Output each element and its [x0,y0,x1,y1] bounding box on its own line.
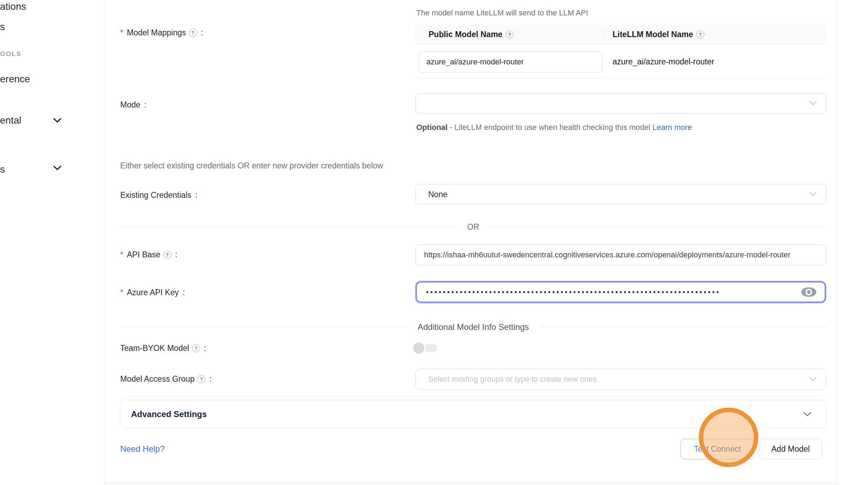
need-help-link[interactable]: Need Help? [120,444,165,454]
help-icon[interactable]: ? [506,30,514,39]
sidebar-item-s2[interactable]: s [0,164,5,175]
existing-credentials-value: None [416,190,447,199]
advanced-settings-panel[interactable]: Advanced Settings [120,400,826,429]
additional-info-divider-text: Additional Model Info Settings [418,322,529,332]
or-divider-text: OR [467,222,479,232]
mode-select[interactable] [415,93,826,113]
model-access-group-placeholder: Select existing groups or type to create… [416,375,597,384]
public-model-name-header: Public Model Name ? [415,30,603,39]
column-divider [603,30,604,40]
mode-helper-text: Optional - LiteLLM endpoint to use when … [416,120,709,134]
credentials-note: Either select existing credentials OR en… [120,161,383,171]
chevron-down-icon [809,101,817,106]
advanced-settings-title: Advanced Settings [121,409,207,419]
additional-info-divider: Additional Model Info Settings [120,322,826,332]
sidebar: ations s TOOLS erence ental s [0,0,105,485]
sidebar-section-tools: TOOLS [0,50,21,58]
existing-credentials-label: Existing Credentials [120,190,198,200]
help-icon[interactable]: ? [696,30,704,39]
sidebar-item-s1[interactable]: s [0,21,5,33]
eye-icon[interactable] [801,286,817,298]
add-model-button[interactable]: Add Model [759,439,822,459]
or-divider: OR [120,222,826,232]
api-base-label: * API Base ? [120,250,177,259]
public-model-name-input[interactable] [419,51,602,72]
toggle-knob [413,342,424,354]
chevron-down-icon [809,192,817,197]
model-mappings-label: * Model Mappings ? [120,28,203,37]
api-base-input-wrap [415,244,826,265]
help-icon[interactable]: ? [192,344,200,352]
section-divider [120,396,826,396]
sidebar-item-ental[interactable]: ental [0,115,21,126]
required-asterisk: * [120,28,123,37]
required-asterisk: * [120,288,123,297]
sidebar-item-ations[interactable]: ations [0,1,26,12]
help-icon[interactable]: ? [197,375,205,383]
chevron-down-icon [809,377,817,382]
existing-credentials-select[interactable]: None [415,184,826,205]
required-asterisk: * [120,250,123,259]
masked-password-value: ••••••••••••••••••••••••••••••••••••••••… [417,288,746,296]
model-mappings-table-row: azure_ai/azure-model-router [415,45,827,78]
chevron-down-icon[interactable] [53,118,62,125]
mode-label: Mode [120,100,146,110]
azure-api-key-label: * Azure API Key [120,288,185,297]
api-base-input[interactable] [416,245,826,265]
help-icon[interactable]: ? [189,29,197,37]
team-byok-label: Team-BYOK Model ? [120,344,206,353]
model-mappings-table: Public Model Name ? LiteLLM Model Name ?… [415,25,827,78]
litellm-model-name-value: azure_ai/azure-model-router [613,45,714,78]
litellm-model-name-header: LiteLLM Model Name ? [603,30,704,39]
sidebar-item-erence[interactable]: erence [0,74,30,85]
model-access-group-label: Model Access Group ? [120,374,212,384]
model-access-group-select[interactable]: Select existing groups or type to create… [415,369,826,390]
chevron-down-icon [803,411,812,417]
test-connect-button[interactable]: Test Connect [681,439,754,459]
learn-more-link[interactable]: Learn more [652,123,692,132]
chevron-down-icon[interactable] [53,165,62,172]
public-model-hint: The model name LiteLLM will send to the … [416,8,588,18]
add-model-page: ations s TOOLS erence ental s The model … [0,0,868,485]
model-mappings-table-header: Public Model Name ? LiteLLM Model Name ? [415,25,827,45]
azure-api-key-input[interactable]: ••••••••••••••••••••••••••••••••••••••••… [415,281,826,303]
help-icon[interactable]: ? [163,251,171,259]
public-model-name-input-wrap [418,51,603,73]
team-byok-toggle[interactable] [414,342,437,354]
